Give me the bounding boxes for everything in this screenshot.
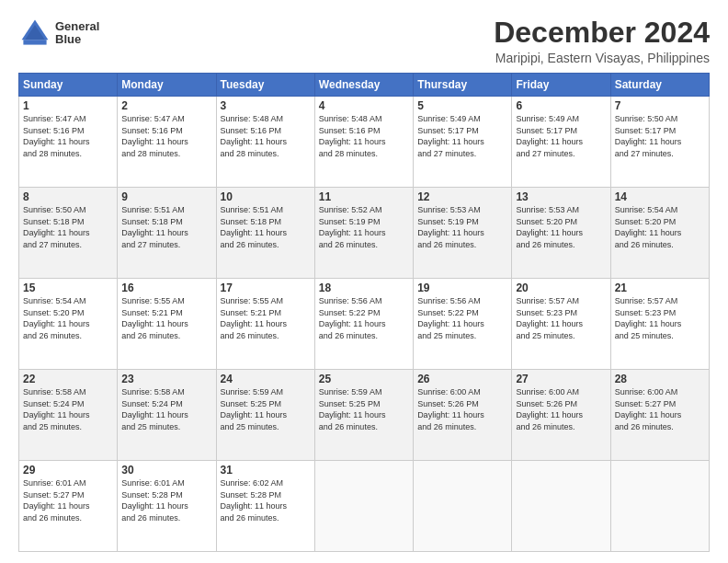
day-info: Sunrise: 6:00 AMSunset: 5:27 PMDaylight:… [615, 386, 705, 432]
day-info: Sunrise: 5:50 AMSunset: 5:17 PMDaylight:… [615, 113, 705, 159]
day-number: 8 [23, 190, 113, 203]
logo: General Blue [18, 17, 99, 50]
calendar-cell: 16Sunrise: 5:55 AMSunset: 5:21 PMDayligh… [118, 279, 216, 370]
calendar-week-1: 1Sunrise: 5:47 AMSunset: 5:16 PMDaylight… [19, 97, 710, 188]
day-number: 3 [221, 99, 311, 112]
day-number: 4 [319, 99, 409, 112]
calendar-cell: 2Sunrise: 5:47 AMSunset: 5:16 PMDaylight… [118, 97, 216, 188]
day-info: Sunrise: 5:53 AMSunset: 5:19 PMDaylight:… [417, 204, 507, 250]
title-block: December 2024 Maripipi, Eastern Visayas,… [494, 17, 710, 65]
day-number: 25 [319, 373, 409, 385]
day-info: Sunrise: 5:56 AMSunset: 5:22 PMDaylight:… [417, 295, 507, 341]
logo-text: General Blue [55, 20, 99, 47]
day-info: Sunrise: 5:49 AMSunset: 5:17 PMDaylight:… [417, 113, 507, 159]
day-number: 15 [23, 282, 113, 294]
day-number: 24 [221, 373, 311, 385]
col-sunday: Sunday [19, 74, 118, 97]
day-number: 1 [23, 99, 113, 112]
day-number: 21 [615, 282, 705, 294]
header: General Blue December 2024 Maripipi, Eas… [18, 17, 710, 65]
day-info: Sunrise: 5:54 AMSunset: 5:20 PMDaylight:… [615, 204, 705, 250]
calendar-week-2: 8Sunrise: 5:50 AMSunset: 5:18 PMDaylight… [19, 188, 710, 279]
day-number: 10 [221, 190, 311, 203]
day-info: Sunrise: 5:54 AMSunset: 5:20 PMDaylight:… [23, 295, 113, 341]
day-info: Sunrise: 6:02 AMSunset: 5:28 PMDaylight:… [221, 477, 311, 523]
day-number: 26 [417, 373, 507, 385]
calendar-week-3: 15Sunrise: 5:54 AMSunset: 5:20 PMDayligh… [19, 279, 710, 370]
calendar-cell: 29Sunrise: 6:01 AMSunset: 5:27 PMDayligh… [19, 461, 118, 552]
day-number: 23 [121, 373, 211, 385]
calendar-cell: 19Sunrise: 5:56 AMSunset: 5:22 PMDayligh… [414, 279, 512, 370]
calendar-cell [414, 461, 512, 552]
calendar-cell: 7Sunrise: 5:50 AMSunset: 5:17 PMDaylight… [610, 97, 709, 188]
day-number: 7 [615, 99, 705, 112]
day-number: 20 [516, 282, 606, 294]
day-number: 16 [121, 282, 211, 294]
day-number: 12 [417, 190, 507, 203]
day-number: 28 [615, 373, 705, 385]
day-info: Sunrise: 5:57 AMSunset: 5:23 PMDaylight:… [516, 295, 606, 341]
day-number: 11 [319, 190, 409, 203]
day-info: Sunrise: 6:01 AMSunset: 5:28 PMDaylight:… [121, 477, 211, 523]
day-number: 6 [516, 99, 606, 112]
day-info: Sunrise: 5:47 AMSunset: 5:16 PMDaylight:… [121, 113, 211, 159]
day-number: 5 [417, 99, 507, 112]
day-number: 27 [516, 373, 606, 385]
col-thursday: Thursday [414, 74, 512, 97]
calendar-cell [512, 461, 610, 552]
calendar-cell: 27Sunrise: 6:00 AMSunset: 5:26 PMDayligh… [512, 370, 610, 461]
calendar-cell: 25Sunrise: 5:59 AMSunset: 5:25 PMDayligh… [314, 370, 413, 461]
calendar-cell: 26Sunrise: 6:00 AMSunset: 5:26 PMDayligh… [414, 370, 512, 461]
day-number: 29 [23, 464, 113, 477]
calendar-cell: 11Sunrise: 5:52 AMSunset: 5:19 PMDayligh… [314, 188, 413, 279]
day-info: Sunrise: 5:53 AMSunset: 5:20 PMDaylight:… [516, 204, 606, 250]
calendar-cell: 1Sunrise: 5:47 AMSunset: 5:16 PMDaylight… [19, 97, 118, 188]
day-info: Sunrise: 5:55 AMSunset: 5:21 PMDaylight:… [121, 295, 211, 341]
calendar-cell: 5Sunrise: 5:49 AMSunset: 5:17 PMDaylight… [414, 97, 512, 188]
logo-line2: Blue [55, 33, 99, 46]
calendar-table: Sunday Monday Tuesday Wednesday Thursday… [18, 73, 710, 552]
day-info: Sunrise: 5:48 AMSunset: 5:16 PMDaylight:… [221, 113, 311, 159]
day-info: Sunrise: 5:51 AMSunset: 5:18 PMDaylight:… [221, 204, 311, 250]
calendar-cell: 21Sunrise: 5:57 AMSunset: 5:23 PMDayligh… [610, 279, 709, 370]
day-number: 18 [319, 282, 409, 294]
day-info: Sunrise: 6:00 AMSunset: 5:26 PMDaylight:… [516, 386, 606, 432]
month-title: December 2024 [494, 17, 710, 49]
calendar-cell: 15Sunrise: 5:54 AMSunset: 5:20 PMDayligh… [19, 279, 118, 370]
day-number: 30 [121, 464, 211, 477]
calendar-week-4: 22Sunrise: 5:58 AMSunset: 5:24 PMDayligh… [19, 370, 710, 461]
day-number: 17 [221, 282, 311, 294]
calendar-cell: 31Sunrise: 6:02 AMSunset: 5:28 PMDayligh… [216, 461, 314, 552]
col-monday: Monday [118, 74, 216, 97]
calendar-cell: 22Sunrise: 5:58 AMSunset: 5:24 PMDayligh… [19, 370, 118, 461]
calendar-cell: 9Sunrise: 5:51 AMSunset: 5:18 PMDaylight… [118, 188, 216, 279]
calendar-cell: 6Sunrise: 5:49 AMSunset: 5:17 PMDaylight… [512, 97, 610, 188]
calendar-cell: 3Sunrise: 5:48 AMSunset: 5:16 PMDaylight… [216, 97, 314, 188]
day-number: 13 [516, 190, 606, 203]
calendar-cell: 30Sunrise: 6:01 AMSunset: 5:28 PMDayligh… [118, 461, 216, 552]
day-number: 31 [221, 464, 311, 477]
calendar-cell [314, 461, 413, 552]
calendar-cell: 17Sunrise: 5:55 AMSunset: 5:21 PMDayligh… [216, 279, 314, 370]
day-info: Sunrise: 5:48 AMSunset: 5:16 PMDaylight:… [319, 113, 409, 159]
col-tuesday: Tuesday [216, 74, 314, 97]
day-info: Sunrise: 5:58 AMSunset: 5:24 PMDaylight:… [23, 386, 113, 432]
day-info: Sunrise: 5:49 AMSunset: 5:17 PMDaylight:… [516, 113, 606, 159]
day-info: Sunrise: 5:57 AMSunset: 5:23 PMDaylight:… [615, 295, 705, 341]
calendar-cell: 12Sunrise: 5:53 AMSunset: 5:19 PMDayligh… [414, 188, 512, 279]
day-info: Sunrise: 5:59 AMSunset: 5:25 PMDaylight:… [221, 386, 311, 432]
calendar-cell: 10Sunrise: 5:51 AMSunset: 5:18 PMDayligh… [216, 188, 314, 279]
day-info: Sunrise: 5:56 AMSunset: 5:22 PMDaylight:… [319, 295, 409, 341]
day-number: 14 [615, 190, 705, 203]
svg-rect-2 [23, 40, 46, 44]
col-friday: Friday [512, 74, 610, 97]
calendar-cell: 8Sunrise: 5:50 AMSunset: 5:18 PMDaylight… [19, 188, 118, 279]
calendar-cell: 20Sunrise: 5:57 AMSunset: 5:23 PMDayligh… [512, 279, 610, 370]
calendar-cell: 23Sunrise: 5:58 AMSunset: 5:24 PMDayligh… [118, 370, 216, 461]
location-title: Maripipi, Eastern Visayas, Philippines [494, 51, 710, 65]
day-info: Sunrise: 5:50 AMSunset: 5:18 PMDaylight:… [23, 204, 113, 250]
calendar-cell: 13Sunrise: 5:53 AMSunset: 5:20 PMDayligh… [512, 188, 610, 279]
day-info: Sunrise: 5:47 AMSunset: 5:16 PMDaylight:… [23, 113, 113, 159]
calendar-cell: 24Sunrise: 5:59 AMSunset: 5:25 PMDayligh… [216, 370, 314, 461]
calendar-cell: 28Sunrise: 6:00 AMSunset: 5:27 PMDayligh… [610, 370, 709, 461]
